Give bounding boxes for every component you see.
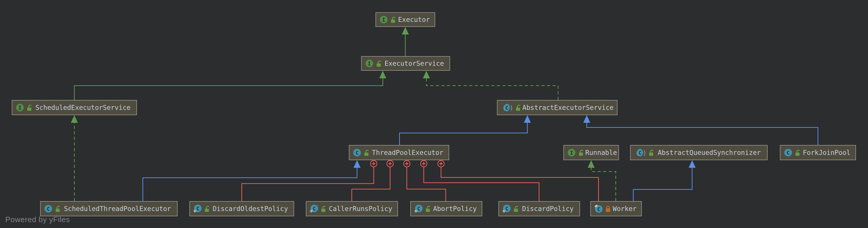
node-label: Executor (396, 17, 432, 23)
node-abstract-executor-service[interactable]: ( C ) AbstractExecutorService (497, 100, 618, 115)
node-label: CallerRunsPolicy (327, 205, 395, 212)
inner-class-plus-icon[interactable] (421, 161, 427, 167)
public-lock-icon (794, 149, 801, 156)
public-lock-icon (363, 149, 370, 156)
edge-threadpoolexecutor-extends-abstractexecutorservice[interactable] (400, 115, 531, 145)
edge-innerclass-abortpolicy[interactable] (407, 167, 446, 201)
public-lock-icon (26, 104, 32, 111)
node-discard-policy[interactable]: C DiscardPolicy (498, 201, 580, 216)
public-lock-icon (204, 205, 210, 213)
svg-text:C: C (787, 150, 789, 156)
public-lock-icon (578, 149, 584, 156)
svg-text:C: C (196, 206, 199, 211)
node-thread-pool-executor[interactable]: C ThreadPoolExecutor (349, 145, 449, 160)
static-class-icon: C (193, 204, 202, 213)
svg-text:I: I (382, 17, 385, 23)
class-icon: C (353, 149, 361, 157)
node-label: DiscardPolicy (519, 205, 577, 212)
node-abstract-queued-synchronizer[interactable]: ( C ) AbstractQueuedSynchronizer (630, 145, 768, 160)
class-icon: C (44, 205, 52, 213)
inner-class-plus-icon[interactable] (438, 161, 444, 167)
node-fork-join-pool[interactable]: C ForkJoinPool (780, 145, 856, 160)
svg-text:): ) (509, 104, 513, 111)
private-lock-icon (604, 205, 611, 213)
edge-worker-implements-runnable[interactable] (588, 160, 616, 201)
svg-text:C: C (597, 206, 600, 212)
svg-text:C: C (639, 150, 642, 156)
uml-diagram-canvas: I Executor I ExecutorService I (0, 0, 868, 228)
inner-class-plus-icon[interactable] (371, 161, 377, 167)
edge-innerclass-callerrunspolicy[interactable] (352, 167, 390, 201)
public-lock-icon (425, 205, 431, 213)
node-label: ThreadPoolExecutor (370, 150, 446, 156)
inner-class-plus-icon[interactable] (387, 161, 393, 167)
edge-innerclass-worker[interactable] (441, 167, 598, 201)
svg-text:I: I (19, 105, 22, 111)
yfiles-watermark: Powered by yFiles (5, 215, 70, 224)
node-label: Runnable (584, 150, 618, 156)
public-lock-icon (513, 205, 519, 213)
edge-innerclass-discardoldestpolicy[interactable] (242, 167, 374, 201)
svg-text:C: C (355, 150, 359, 156)
svg-text:I: I (368, 61, 371, 67)
public-lock-icon (648, 149, 654, 156)
public-lock-icon (375, 60, 382, 67)
abstract-class-icon: ( C ) (501, 103, 513, 112)
static-class-icon: C (502, 204, 511, 213)
abstract-class-icon: ( C ) (634, 149, 646, 157)
static-class-icon: C (310, 204, 318, 213)
inner-class-plus-icon[interactable] (404, 161, 410, 167)
node-scheduled-thread-pool-executor[interactable]: C ScheduledThreadPoolExecutor (40, 201, 178, 216)
edge-forkjoinpool-extends-abstractexecutorservice[interactable] (583, 115, 818, 145)
interface-icon: I (567, 149, 576, 157)
node-abort-policy[interactable]: C AbortPolicy (410, 201, 482, 216)
static-class-icon: C (414, 204, 423, 213)
edge-scheduledthreadpoolexecutor-implements-scheduledexecutorservice[interactable] (71, 115, 78, 201)
edge-worker-extends-abstractqueuedsynchronizer[interactable] (633, 160, 695, 201)
svg-text:C: C (47, 206, 50, 212)
edge-scheduledthreadpoolexecutor-extends-threadpoolexecutor[interactable] (143, 160, 361, 201)
public-lock-icon (55, 205, 61, 213)
node-label: ForkJoinPool (801, 150, 852, 156)
inner-class-icon: C (594, 205, 602, 213)
interface-icon: I (379, 15, 388, 24)
interface-icon: I (365, 59, 373, 67)
class-icon: C (784, 149, 792, 157)
interface-icon: I (16, 103, 24, 112)
node-executor[interactable]: I Executor (375, 12, 435, 27)
node-discard-oldest-policy[interactable]: C DiscardOldestPolicy (189, 201, 294, 216)
svg-text:C: C (505, 206, 508, 211)
svg-text:): ) (643, 149, 646, 156)
node-label: ScheduledExecutorService (32, 104, 133, 111)
node-worker[interactable]: C Worker (590, 201, 642, 216)
edge-abstractexecutorservice-implements-executorservice[interactable] (423, 71, 558, 100)
svg-text:C: C (313, 206, 316, 211)
svg-text:C: C (417, 206, 420, 211)
node-runnable[interactable]: I Runnable (563, 145, 619, 160)
node-label: DiscardOldestPolicy (210, 205, 290, 212)
public-lock-icon (320, 205, 327, 213)
node-executor-service[interactable]: I ExecutorService (361, 56, 450, 71)
public-lock-icon (390, 16, 396, 23)
edge-scheduledexecutorservice-extends-executorservice[interactable] (74, 71, 386, 100)
node-label: ExecutorService (382, 60, 446, 67)
node-label: AbortPolicy (431, 205, 479, 212)
edge-executorservice-extends-executor[interactable] (402, 27, 409, 56)
public-lock-icon (515, 104, 521, 111)
node-caller-runs-policy[interactable]: C CallerRunsPolicy (306, 201, 398, 216)
node-label: Worker (611, 205, 638, 212)
node-label: AbstractQueuedSynchronizer (654, 150, 764, 156)
node-label: AbstractExecutorService (521, 104, 615, 111)
svg-text:C: C (505, 105, 508, 111)
node-scheduled-executor-service[interactable]: I ScheduledExecutorService (12, 100, 137, 115)
node-label: ScheduledThreadPoolExecutor (61, 205, 174, 212)
svg-text:I: I (570, 150, 573, 156)
